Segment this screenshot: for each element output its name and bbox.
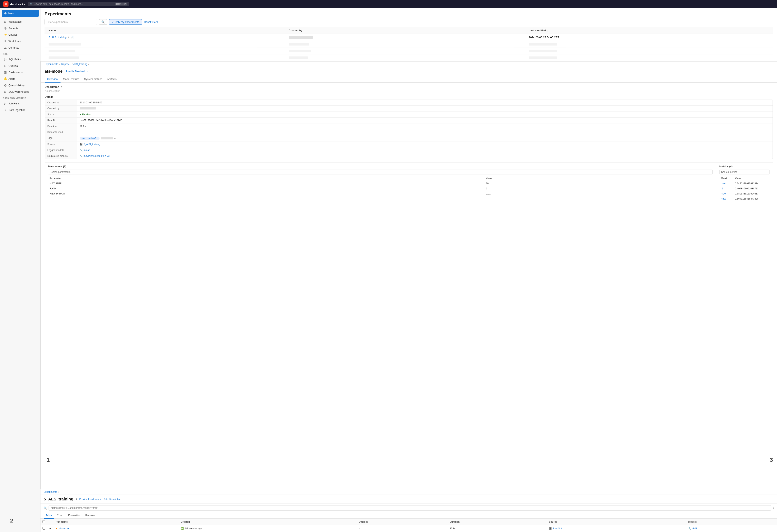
metric-col-value: Value [733,176,770,181]
new-button[interactable]: ⊕ New [2,10,39,17]
sidebar-item-compute[interactable]: ☁ Compute [1,44,39,50]
sidebar-item-data-ingestion[interactable]: ↓ Data Ingestion [1,107,39,113]
sidebar-item-dashboards[interactable]: ▦ Dashboards [1,69,39,75]
sidebar-item-queries[interactable]: ⊡ Queries [1,63,39,69]
logged-models-link[interactable]: 🔧 mleap [80,149,770,151]
only-my-experiments-button[interactable]: ✓ Only my experiments [109,19,142,25]
lower-title: 5_ALS_training [44,497,74,502]
search-button[interactable]: 🔍 [99,19,107,25]
param-name: REG_PARAM [48,191,484,196]
view-tab-preview[interactable]: Preview [83,512,97,519]
model-link-row[interactable]: 🔧 als/3 [688,527,775,530]
duration-value: 26.8s [77,123,773,129]
tab-overview[interactable]: Overview [45,76,61,83]
search-parameters-input[interactable] [48,170,713,175]
runs-search-input[interactable] [48,505,771,511]
sidebar-item-label: Query History [8,84,24,87]
compute-icon: ☁ [4,46,7,49]
sidebar-item-sql-editor[interactable]: ▷ SQL Editor [1,56,39,62]
metric-link-r2[interactable]: r2 [721,187,723,190]
search-icon: 🔍 [30,3,33,5]
params-metrics-panel: Parameters (3) Parameter Value [45,162,773,204]
add-description-button[interactable]: Add Description [104,498,121,501]
tab-artifacts[interactable]: Artifacts [105,76,119,83]
sidebar-item-job-runs[interactable]: ▷ Job Runs [1,100,39,106]
datasets-value: — [77,129,773,135]
metric-link-mae[interactable]: mae [721,192,726,195]
col-last-modified[interactable]: Last modified ↕ [529,29,769,32]
search-info-icon[interactable]: ℹ [773,506,774,510]
only-my-label: ✓ Only my experiments [112,20,139,23]
view-tab-table[interactable]: Table [44,512,54,519]
sidebar-item-query-history[interactable]: ◴ Query History [1,82,39,88]
filter-experiments-input[interactable] [44,19,97,25]
metric-row-1: r2 0.4048466091688713 [719,186,770,191]
created-at-value: 2024-03-06 15:54:06 [77,100,773,105]
run-header: als-model Provide Feedback ↗ [41,67,777,76]
sidebar-item-workspace[interactable]: ⊞ Workspace [1,19,39,25]
search-metrics-input[interactable] [719,170,770,175]
description-edit-icon[interactable]: ✏ [61,86,63,88]
breadcrumb-sep-3: › [88,63,89,66]
select-all-checkbox[interactable] [42,520,45,523]
detail-row-datasets: Datasets used — [45,129,773,135]
lower-provide-feedback-link[interactable]: Provide Feedback ↗ [79,498,102,501]
tab-model-metrics[interactable]: Model metrics [61,76,82,83]
reset-filters-button[interactable]: Reset filters [144,20,158,23]
sidebar-item-label: Job Runs [8,102,20,105]
detail-row-registered-models: Registered models 🔧 movielens.default.al… [45,153,773,159]
info-icon[interactable]: ℹ [76,498,77,501]
col-name: Name [48,29,289,32]
job-runs-icon: ▷ [4,102,7,105]
experiment-name-link[interactable]: 5_ALS_training [48,36,67,39]
source-link[interactable]: 📓 5_ALS_training [80,143,770,146]
tab-system-metrics[interactable]: System metrics [82,76,105,83]
lower-breadcrumb-experiments-link[interactable]: Experiments [44,491,57,493]
col-dataset: Dataset [357,519,448,525]
experiments-filters: 🔍 ✓ Only my experiments Reset filters [44,19,773,25]
sidebar-item-label: Workspace [8,20,22,23]
breadcrumb-repos-link[interactable]: /Repos/... [61,63,71,66]
run-name-link[interactable]: als-model [59,527,69,530]
parameters-title: Parameters (3) [48,165,713,168]
view-tab-chart[interactable]: Chart [55,512,65,519]
experiments-table-header: Name Created by Last modified ↕ [44,27,773,34]
global-search[interactable]: 🔍 Search data, notebooks, recents, and m… [28,2,129,6]
col-created[interactable]: Created ↕ [179,519,357,525]
detail-row-tags: Tags spar... path=s3... ✏ [45,135,773,141]
param-row-0: MAX_ITER 20 [48,181,713,186]
lower-breadcrumb: Experiments › [40,489,777,495]
status-value: Finished [77,112,773,117]
view-tab-evaluation[interactable]: Evaluation [66,512,83,519]
metrics-section: Metrics (4) Metric Value [716,163,773,204]
date-blurred [529,50,557,52]
metric-link-mse[interactable]: mse [721,182,726,185]
registered-models-link[interactable]: 🔧 movielens.default.als v3 [80,154,770,157]
detail-row-duration: Duration 26.8s [45,123,773,129]
sidebar-item-sql-warehouses[interactable]: ⊞ SQL Warehouses [1,89,39,95]
metric-value-rmse: 0.8643135418343828 [733,196,770,201]
breadcrumb-als-link[interactable]: ALS_training [73,63,87,66]
sidebar-item-catalog[interactable]: ⚡ Catalog [1,31,39,38]
col-source: Source [547,519,686,525]
sidebar-item-label: Compute [8,46,19,49]
sidebar-item-alerts[interactable]: 🔔 Alerts [1,76,39,82]
sidebar-item-recents[interactable]: ◷ Recents [1,25,39,31]
tag-edit-icon[interactable]: ✏ [114,137,116,140]
sidebar-item-workflows[interactable]: ≡ Workflows [1,38,39,44]
search-shortcut: CTRL + P [115,3,127,5]
source-link-row[interactable]: 📓 5_ALS_tr... [549,527,684,530]
eye-icon[interactable]: 👁 [49,527,51,530]
run-feedback-link[interactable]: Provide Feedback ↗ [66,70,88,73]
metric-link-rmse[interactable]: rmse [721,197,727,200]
experiments-list-section: Experiments 🔍 ✓ Only my experiments Rese… [40,8,777,61]
run-row-0: 👁 als-model ✅ 54 minutes ago - [40,525,777,532]
row-checkbox[interactable] [42,527,45,530]
lower-breadcrumb-sep: › [58,491,59,493]
breadcrumb-experiments-link[interactable]: Experiments [45,63,58,66]
row-run-name-cell: als-model [53,525,179,532]
date-blurred [529,43,557,45]
lower-section: Experiments › 5_ALS_training ℹ Provide F… [40,489,777,532]
sidebar-item-label: SQL Editor [8,58,21,61]
param-name: RANK [48,186,484,191]
